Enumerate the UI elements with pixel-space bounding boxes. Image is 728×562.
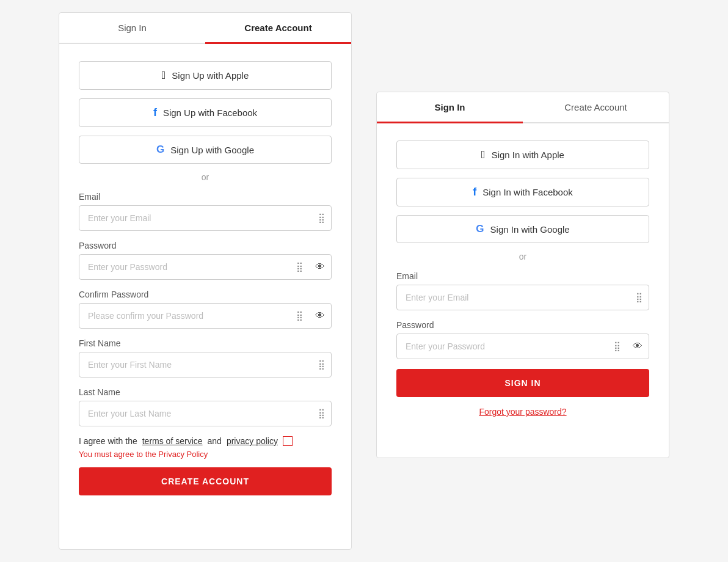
privacy-link[interactable]: privacy policy — [227, 436, 278, 446]
sign-in-button[interactable]: SIGN IN — [396, 369, 649, 397]
tab-create-account-right[interactable]: Create Account — [523, 92, 669, 122]
biometric-icon-confirm: ⣿ — [290, 310, 309, 321]
sign-in-facebook-button[interactable]: f Sign In with Facebook — [396, 178, 649, 206]
or-divider-left: or — [79, 172, 332, 182]
biometric-icon-signin-email: ⣿ — [630, 292, 649, 303]
confirm-password-input-wrapper: ⣿ 👁 — [79, 303, 332, 329]
signin-email-input[interactable] — [397, 285, 630, 310]
signin-password-field-group: Password ⣿ 👁 — [396, 320, 649, 359]
left-tabs: Sign In Create Account — [59, 13, 351, 44]
sign-in-google-label: Sign In with Google — [490, 224, 570, 235]
biometric-icon-email: ⣿ — [312, 213, 331, 224]
email-field-group: Email ⣿ — [79, 192, 332, 231]
sign-in-body:  Sign In with Apple f Sign In with Face… — [377, 123, 669, 436]
apple-icon-signin:  — [481, 148, 486, 161]
apple-icon:  — [162, 69, 166, 82]
sign-up-facebook-label: Sign Up with Facebook — [163, 108, 257, 118]
signin-email-field-group: Email ⣿ — [396, 271, 649, 310]
or-divider-right: or — [396, 252, 649, 261]
password-field-group: Password ⣿ 👁 — [79, 241, 332, 280]
sign-in-apple-label: Sign In with Apple — [492, 150, 564, 160]
agree-row: I agree with the terms of service and pr… — [79, 436, 332, 446]
signin-email-label: Email — [396, 271, 649, 281]
signin-password-label: Password — [396, 320, 649, 330]
password-input-wrapper: ⣿ 👁 — [79, 254, 332, 280]
tab-sign-in-right[interactable]: Sign In — [377, 92, 523, 122]
tab-sign-in-left[interactable]: Sign In — [59, 13, 205, 43]
biometric-icon-firstname: ⣿ — [312, 359, 331, 370]
email-input[interactable] — [79, 206, 312, 230]
facebook-icon-signin: f — [473, 186, 476, 199]
sign-in-google-button[interactable]: G Sign In with Google — [396, 215, 649, 243]
toggle-password-visibility[interactable]: 👁 — [309, 261, 331, 272]
confirm-password-field-group: Confirm Password ⣿ 👁 — [79, 290, 332, 329]
email-label: Email — [79, 192, 332, 202]
google-icon: G — [156, 144, 164, 156]
confirm-password-input[interactable] — [79, 304, 290, 328]
firstname-label: First Name — [79, 338, 332, 348]
sign-up-google-button[interactable]: G Sign Up with Google — [79, 136, 332, 164]
google-icon-signin: G — [476, 223, 484, 235]
agree-text-middle: and — [208, 436, 222, 446]
agree-checkbox[interactable] — [283, 436, 293, 446]
sign-up-google-label: Sign Up with Google — [170, 145, 254, 155]
firstname-input-wrapper: ⣿ — [79, 352, 332, 378]
password-label: Password — [79, 241, 332, 250]
firstname-input[interactable] — [79, 352, 312, 377]
privacy-error: You must agree to the Privacy Policy — [79, 450, 332, 459]
lastname-input-wrapper: ⣿ — [79, 401, 332, 426]
lastname-input[interactable] — [79, 401, 312, 426]
create-account-body:  Sign Up with Apple f Sign Up with Face… — [59, 44, 351, 515]
sign-in-facebook-label: Sign In with Facebook — [482, 187, 573, 197]
biometric-icon-lastname: ⣿ — [312, 408, 331, 419]
right-tabs: Sign In Create Account — [377, 92, 669, 123]
create-account-card: Sign In Create Account  Sign Up with Ap… — [59, 12, 352, 550]
lastname-label: Last Name — [79, 387, 332, 397]
lastname-field-group: Last Name ⣿ — [79, 387, 332, 426]
create-account-button[interactable]: CREATE ACCOUNT — [79, 467, 332, 495]
biometric-icon-password: ⣿ — [290, 261, 309, 272]
signin-password-input-wrapper: ⣿ 👁 — [396, 334, 649, 359]
toggle-signin-password-visibility[interactable]: 👁 — [627, 341, 649, 352]
signin-password-input[interactable] — [397, 334, 608, 359]
forgot-password-link[interactable]: Forgot your password? — [396, 407, 649, 417]
toggle-confirm-visibility[interactable]: 👁 — [309, 310, 331, 321]
terms-link[interactable]: terms of service — [142, 436, 203, 446]
sign-up-facebook-button[interactable]: f Sign Up with Facebook — [79, 98, 332, 127]
tab-create-account-left[interactable]: Create Account — [205, 13, 351, 43]
password-input[interactable] — [79, 255, 290, 279]
sign-up-apple-button[interactable]:  Sign Up with Apple — [79, 61, 332, 90]
firstname-field-group: First Name ⣿ — [79, 338, 332, 378]
agree-text-before: I agree with the — [79, 436, 137, 446]
biometric-icon-signin-password: ⣿ — [608, 341, 627, 352]
confirm-password-label: Confirm Password — [79, 290, 332, 299]
sign-in-card: Sign In Create Account  Sign In with Ap… — [376, 92, 669, 458]
facebook-icon: f — [153, 106, 157, 119]
sign-up-apple-label: Sign Up with Apple — [172, 70, 249, 81]
signin-email-input-wrapper: ⣿ — [396, 285, 649, 310]
sign-in-apple-button[interactable]:  Sign In with Apple — [396, 140, 649, 169]
email-input-wrapper: ⣿ — [79, 205, 332, 231]
